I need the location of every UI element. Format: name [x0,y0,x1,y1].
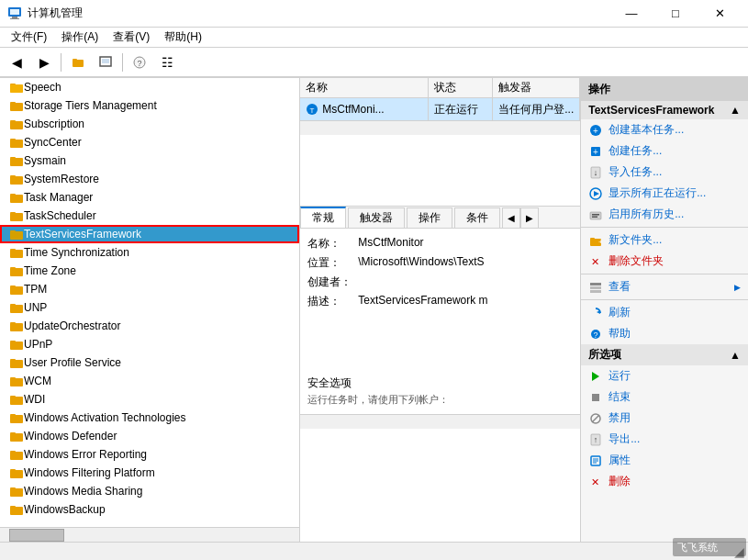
tree-item-userprofile[interactable]: User Profile Service [0,353,299,372]
action-help-framework[interactable]: ? 帮助 [581,323,748,344]
menu-file[interactable]: 文件(F) [4,28,54,47]
action-enable-history[interactable]: 启用所有历史... [581,204,748,225]
tab-action[interactable]: 操作 [407,207,452,228]
svg-text:T: T [310,106,315,115]
svg-text:✕: ✕ [591,256,599,267]
table-row[interactable]: T MsCtfMoni... 正在运行 当任何用户登... [300,98,580,120]
tree-label: Windows Error Reporting [24,448,147,461]
tree-item-winbackup[interactable]: WindowsBackup [0,500,299,519]
tree-item-systemrestore[interactable]: SystemRestore [0,170,299,188]
tree-item-unp[interactable]: UNP [0,298,299,317]
tab-next[interactable]: ▶ [520,207,539,228]
framework-section-title[interactable]: TextServicesFramework ▲ [581,101,748,119]
action-create-basic-task[interactable]: + 创建基本任务... [581,119,748,140]
action-create-task[interactable]: + 创建任务... [581,140,748,162]
tree-item-taskscheduler[interactable]: TaskScheduler [0,207,299,225]
horizontal-scrollbar[interactable] [0,527,299,542]
tree-item-winfiltering[interactable]: Windows Filtering Platform [0,464,299,482]
svg-rect-42 [10,359,16,361]
tree-item-winmedia[interactable]: Windows Media Sharing [0,482,299,500]
maximize-button[interactable]: □ [654,0,697,28]
action-new-folder[interactable]: + 新文件夹... [581,230,748,251]
tree-item-winerror[interactable]: Windows Error Reporting [0,445,299,464]
action-properties[interactable]: 属性 [581,450,748,471]
menu-action[interactable]: 操作(A) [54,28,106,47]
menu-help[interactable]: 帮助(H) [157,28,209,47]
resize-handle[interactable]: ◢ [734,544,744,559]
help-button[interactable]: ? [127,50,152,74]
action-import-task[interactable]: ↓ 导入任务... [581,162,748,183]
action-view[interactable]: 查看 ▶ [581,276,748,297]
cell-trigger: 当任何用户登... [493,98,580,120]
tree-item-sysmain[interactable]: Sysmain [0,151,299,170]
action-end[interactable]: 结束 [581,386,748,408]
framework-title-text: TextServicesFramework [588,104,714,117]
tree-item-subscription[interactable]: Subscription [0,115,299,133]
action-show-running[interactable]: 显示所有正在运行... [581,183,748,204]
tree-label: SyncCenter [24,136,82,149]
svg-rect-36 [10,304,16,306]
menu-view[interactable]: 查看(V) [106,28,157,47]
tree-item-textservices[interactable]: TextServicesFramework [0,225,299,243]
center-scrollbar-h[interactable] [300,120,580,135]
tree-label: Sysmain [24,154,66,167]
action-label: 导入任务... [608,164,662,180]
action-refresh[interactable]: 刷新 [581,302,748,323]
tree-item-wcm[interactable]: WCM [0,372,299,390]
tree-item-updateorch[interactable]: UpdateOrchestrator [0,317,299,335]
svg-rect-17 [10,140,23,148]
status-bar: ◢ [0,542,748,560]
tree-label: TextServicesFramework [24,228,141,241]
tree-item-windefender[interactable]: Windows Defender [0,427,299,445]
action-export[interactable]: ↑ 导出... [581,429,748,450]
action-label: 删除 [608,474,631,489]
tree-label: WDI [24,393,45,406]
tree-item-synccenter[interactable]: SyncCenter [0,133,299,151]
tab-trigger[interactable]: 触发器 [348,207,405,228]
tab-prev[interactable]: ◀ [502,207,520,228]
tree-item-tpm[interactable]: TPM [0,280,299,298]
tree-item-taskmanager[interactable]: Task Manager [0,188,299,207]
toolbar: ◀ ▶ ? ☷ [0,48,748,77]
svg-rect-21 [10,176,23,185]
tab-condition[interactable]: 条件 [454,207,500,228]
tree-item-timesync[interactable]: Time Synchronization [0,243,299,262]
svg-text:+: + [593,125,598,135]
show-running-icon [588,186,603,201]
folder-icon [9,447,24,462]
tree-item-storage[interactable]: Storage Tiers Management [0,96,299,115]
action-delete-folder[interactable]: ✕ 删除文件夹 [581,251,748,272]
svg-rect-18 [10,139,16,140]
folder-icon [9,190,24,205]
detail-name-row: 名称： MsCtfMonitor [307,236,573,252]
show-button[interactable] [93,50,118,74]
tab-general[interactable]: 常规 [300,207,346,228]
detail-scrollbar-h[interactable] [300,414,580,429]
action-run[interactable]: 运行 [581,365,748,386]
tree-item-winactivation[interactable]: Windows Activation Technologies [0,409,299,427]
up-button[interactable] [65,50,91,74]
tree-item-timezone[interactable]: Time Zone [0,262,299,280]
folder-icon [9,502,24,517]
close-button[interactable]: ✕ [698,0,741,28]
tree-item-wdi[interactable]: WDI [0,390,299,409]
action-label: 运行 [608,368,631,384]
list-button[interactable]: ☷ [154,50,180,74]
svg-rect-69 [590,212,601,219]
minimize-button[interactable]: — [610,0,653,28]
tree-scroll[interactable]: Speech Storage Tiers Management Subscrip… [0,78,299,527]
tree-item-speech[interactable]: Speech [0,78,299,96]
scrollbar-thumb[interactable] [9,529,64,542]
svg-rect-78 [590,290,601,293]
selected-section-title[interactable]: 所选项 ▲ [581,344,748,365]
tree-item-upnp[interactable]: UPnP [0,335,299,353]
action-delete[interactable]: ✕ 删除 [581,471,748,492]
action-disable[interactable]: 禁用 [581,408,748,429]
right-panel: 操作 TextServicesFramework ▲ + 创建基本任务... +… [581,78,748,542]
back-button[interactable]: ◀ [4,50,29,74]
forward-button[interactable]: ▶ [31,50,57,74]
action-label: 刷新 [608,305,631,320]
action-label: 新文件夹... [608,232,662,248]
name-label: 名称： [307,236,358,252]
center-top: 名称 状态 触发器 T MsCtfMoni... 正在运行 当任何用户登... [300,78,580,207]
